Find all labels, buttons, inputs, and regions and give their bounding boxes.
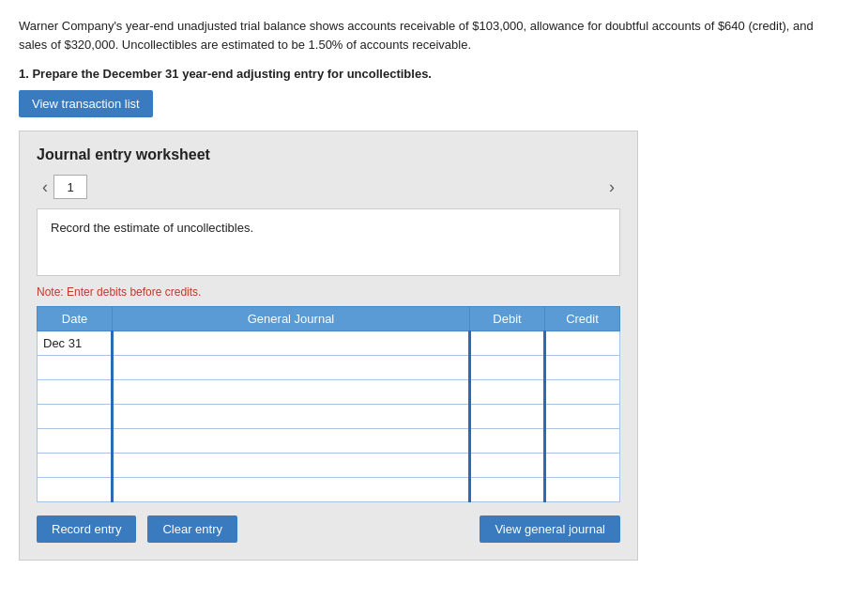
table-row xyxy=(38,356,620,380)
navigation-row: ‹ 1 › xyxy=(37,175,620,199)
credit-input-cell[interactable] xyxy=(545,380,620,405)
credit-input-cell[interactable] xyxy=(545,405,620,429)
header-debit: Debit xyxy=(470,307,545,331)
worksheet-title: Journal entry worksheet xyxy=(37,146,620,163)
debit-input[interactable] xyxy=(471,356,543,379)
journal-input-cell[interactable] xyxy=(113,380,470,405)
journal-input-cell[interactable] xyxy=(113,356,470,380)
journal-input[interactable] xyxy=(114,380,468,404)
page-number-box: 1 xyxy=(53,175,87,199)
debit-input-cell[interactable] xyxy=(470,454,545,478)
date-cell xyxy=(38,478,113,502)
debit-input-cell[interactable] xyxy=(470,429,545,454)
credit-input[interactable] xyxy=(546,380,619,404)
header-date: Date xyxy=(38,307,113,331)
journal-input-cell[interactable] xyxy=(113,429,470,454)
credit-input-cell[interactable] xyxy=(545,478,620,502)
credit-input[interactable] xyxy=(546,478,619,501)
debit-input-cell[interactable] xyxy=(470,331,545,356)
date-cell xyxy=(38,429,113,454)
header-credit: Credit xyxy=(545,307,620,331)
date-cell xyxy=(38,405,113,429)
credit-input[interactable] xyxy=(546,331,619,355)
worksheet-container: Journal entry worksheet ‹ 1 › Record the… xyxy=(19,131,638,561)
note-text: Note: Enter debits before credits. xyxy=(37,285,620,299)
table-row xyxy=(38,405,620,429)
date-cell xyxy=(38,380,113,405)
journal-input[interactable] xyxy=(114,405,468,428)
intro-paragraph: Warner Company's year-end unadjusted tri… xyxy=(19,17,835,54)
debit-input[interactable] xyxy=(471,429,543,453)
debit-input-cell[interactable] xyxy=(470,356,545,380)
date-cell: Dec 31 xyxy=(38,331,113,356)
debit-input-cell[interactable] xyxy=(470,380,545,405)
prev-page-button[interactable]: ‹ xyxy=(37,177,53,197)
credit-input-cell[interactable] xyxy=(545,429,620,454)
journal-input[interactable] xyxy=(114,478,468,501)
table-row xyxy=(38,429,620,454)
journal-input-cell[interactable] xyxy=(113,405,470,429)
debit-input[interactable] xyxy=(471,405,543,428)
date-cell xyxy=(38,356,113,380)
view-transaction-button[interactable]: View transaction list xyxy=(19,90,153,117)
table-row xyxy=(38,478,620,502)
table-row xyxy=(38,454,620,478)
credit-input[interactable] xyxy=(546,429,619,453)
credit-input[interactable] xyxy=(546,454,619,477)
description-box: Record the estimate of uncollectibles. xyxy=(37,208,620,276)
journal-input-cell[interactable] xyxy=(113,331,470,356)
journal-input[interactable] xyxy=(114,454,468,477)
record-entry-button[interactable]: Record entry xyxy=(37,515,136,543)
debit-input-cell[interactable] xyxy=(470,405,545,429)
date-cell xyxy=(38,454,113,478)
question-label: 1. Prepare the December 31 year-end adju… xyxy=(19,67,849,81)
header-journal: General Journal xyxy=(113,307,470,331)
debit-input-cell[interactable] xyxy=(470,478,545,502)
clear-entry-button[interactable]: Clear entry xyxy=(147,515,237,543)
credit-input-cell[interactable] xyxy=(545,454,620,478)
debit-input[interactable] xyxy=(471,331,543,355)
next-page-button[interactable]: › xyxy=(603,177,620,197)
credit-input-cell[interactable] xyxy=(545,331,620,356)
debit-input[interactable] xyxy=(471,454,543,477)
journal-input-cell[interactable] xyxy=(113,478,470,502)
debit-input[interactable] xyxy=(471,478,543,501)
credit-input[interactable] xyxy=(546,356,619,379)
debit-input[interactable] xyxy=(471,380,543,404)
journal-table: Date General Journal Debit Credit Dec 31 xyxy=(37,306,620,502)
journal-input[interactable] xyxy=(114,356,468,379)
journal-input[interactable] xyxy=(114,429,468,453)
credit-input[interactable] xyxy=(546,405,619,428)
table-row xyxy=(38,380,620,405)
journal-input[interactable] xyxy=(114,331,468,355)
bottom-buttons: Record entry Clear entry View general jo… xyxy=(37,515,620,543)
credit-input-cell[interactable] xyxy=(545,356,620,380)
table-row: Dec 31 xyxy=(38,331,620,356)
view-general-journal-button[interactable]: View general journal xyxy=(480,515,620,543)
journal-input-cell[interactable] xyxy=(113,454,470,478)
